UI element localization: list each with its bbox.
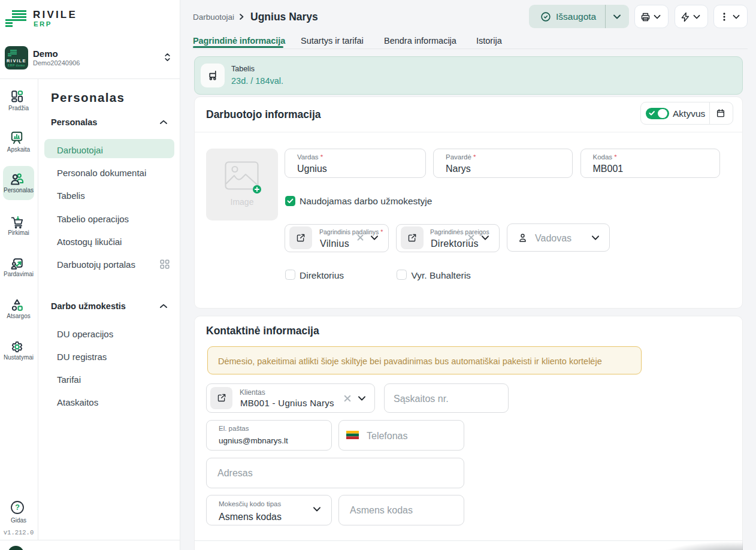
svg-text:?: ? [15,503,20,512]
